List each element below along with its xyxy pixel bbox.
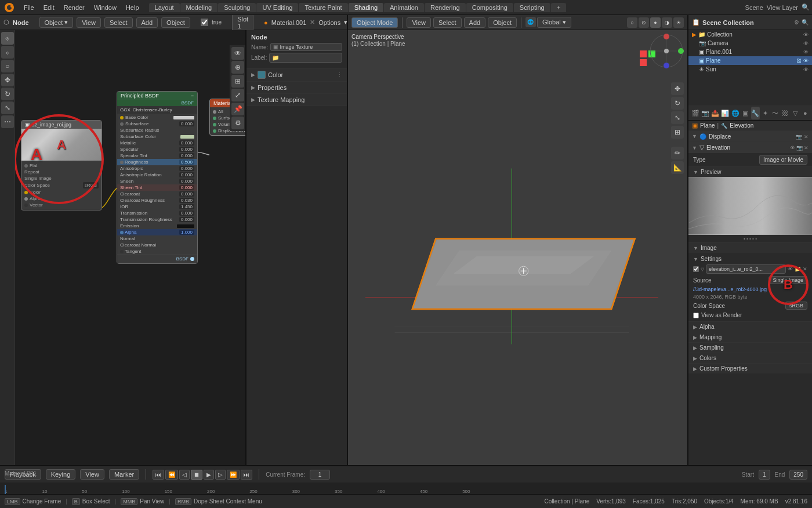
tool-grab[interactable]: ✥ [1, 74, 14, 86]
material-mode[interactable]: ◑ [662, 17, 672, 28]
play-next[interactable]: ⏩ [227, 470, 240, 480]
tab-sculpting[interactable]: Sculpting [218, 3, 256, 12]
elevation-expand[interactable]: ▼ [692, 145, 697, 151]
image-file-input[interactable]: elevation_i...e_roi2_0... [706, 264, 786, 274]
plane001-vis[interactable]: 👁 [803, 49, 809, 55]
viewport-mode[interactable]: Object Mode [351, 17, 398, 28]
tab-world[interactable]: 🌐 [731, 107, 740, 119]
source-value[interactable]: Single Image [768, 276, 807, 284]
image-texture-node[interactable]: ▣ sz_image_roi.jpg A Flat [21, 120, 102, 211]
tool-extra[interactable]: ⋯ [1, 115, 14, 128]
slot-selector[interactable]: Slot 1 [232, 15, 253, 31]
close-icon[interactable]: ✕ [310, 19, 315, 26]
node-select[interactable]: Select [104, 17, 133, 28]
keying-btn[interactable]: Keying [46, 469, 76, 480]
render-mode[interactable]: ☀ [673, 17, 684, 28]
node-add[interactable]: Add [136, 17, 158, 28]
tool-options-icon[interactable]: ⚙ [231, 117, 244, 129]
elevation-header[interactable]: ▼ ▽ Elevation 👁 📷 ✕ [688, 142, 812, 153]
end-frame[interactable]: 250 [789, 470, 807, 480]
displace-expand[interactable]: ▼ [692, 133, 697, 139]
current-frame-input[interactable]: 1 [310, 470, 330, 480]
tab-layout[interactable]: Layout [149, 3, 180, 12]
elev-eye-icon[interactable]: 👁 [790, 145, 795, 151]
scene-item-camera[interactable]: 📷 Camera 👁 [688, 39, 812, 48]
tool-zoom-icon[interactable]: ⤢ [231, 89, 244, 101]
viewport-add[interactable]: Add [464, 17, 486, 28]
annotate-icon[interactable]: ✏ [671, 147, 684, 159]
tab-texture-paint[interactable]: Texture Paint [299, 3, 347, 12]
global-icon[interactable]: 🌐 [525, 17, 536, 27]
search-icon2[interactable]: 🔍 [802, 19, 809, 26]
scene-item-collection[interactable]: ▶ 📁 Collection 👁 [688, 30, 812, 39]
alpha-section-header[interactable]: ▶ Alpha [688, 322, 812, 332]
sun-vis[interactable]: 👁 [803, 67, 809, 72]
menu-file[interactable]: File [20, 3, 38, 12]
play-begin[interactable]: ⏮ [153, 470, 164, 480]
tool-view-icon[interactable]: 👁 [231, 47, 244, 60]
settings-header[interactable]: ▼ Settings [693, 255, 807, 263]
custom-props-header[interactable]: ▶ Custom Properties [688, 364, 812, 373]
rotate-icon[interactable]: ↻ [671, 97, 684, 110]
viewport-canvas[interactable]: Camera Perspective (1) Collection | Plan… [348, 30, 687, 465]
elev-close-icon[interactable]: ✕ [804, 145, 809, 151]
texture-mapping-header[interactable]: ▶ Texture Mapping [246, 94, 347, 106]
tab-modifier[interactable]: 🔧 [751, 107, 760, 119]
filter-icon[interactable]: ⚙ [794, 19, 799, 26]
scene-item-sun[interactable]: ☀ Sun 👁 [688, 65, 812, 74]
tab-output[interactable]: 📤 [711, 107, 720, 119]
tool-frame-icon[interactable]: ⊞ [231, 75, 244, 88]
tab-modeling[interactable]: Modeling [180, 3, 218, 12]
play-end[interactable]: ⏭ [241, 470, 252, 480]
principled-bsdf-node[interactable]: Principled BSDF − BSDF GGX Christensen-B… [117, 91, 198, 264]
transform-icon[interactable]: ⊞ [671, 126, 684, 139]
tab-constraints[interactable]: ⛓ [781, 107, 789, 119]
marker-btn[interactable]: Marker [109, 469, 139, 480]
node-name-input[interactable]: ▣ Image Texture [270, 43, 342, 51]
tab-physics[interactable]: 〜 [771, 107, 780, 119]
scene-item-plane001[interactable]: ▣ Plane.001 👁 [688, 48, 812, 56]
plane-vis-icon[interactable]: 👁 [803, 58, 809, 64]
view-as-render-checkbox[interactable] [693, 313, 699, 318]
type-value[interactable]: Image or Movie [759, 155, 807, 165]
tool-lasso[interactable]: ○ [1, 60, 14, 72]
preview-header[interactable]: ▼ Preview [688, 167, 812, 177]
tab-add[interactable]: + [551, 3, 566, 12]
image-close-icon[interactable]: ✕ [803, 266, 807, 272]
xray-icon[interactable]: ⊙ [639, 17, 649, 28]
scale-icon[interactable]: ⤡ [671, 111, 684, 124]
tab-material[interactable]: ● [801, 107, 810, 119]
move-icon[interactable]: ✥ [671, 82, 684, 95]
play-prev[interactable]: ⏪ [165, 470, 178, 480]
node-object[interactable]: Object [161, 17, 190, 28]
play-prev-frame[interactable]: ◁ [179, 470, 190, 480]
tool-cursor-icon[interactable]: ⊕ [231, 61, 244, 74]
tab-uv-editing[interactable]: UV Editing [256, 3, 298, 12]
tab-data[interactable]: ▽ [791, 107, 800, 119]
tab-animation[interactable]: Animation [384, 3, 424, 12]
tab-particles[interactable]: ✦ [761, 107, 770, 119]
displace-close-icon[interactable]: ✕ [804, 134, 809, 140]
tab-scripting[interactable]: Scripting [514, 3, 550, 12]
color-space-value[interactable]: sRGB [785, 302, 807, 310]
tab-object[interactable]: ▣ [741, 107, 749, 119]
search-icon[interactable]: 🔍 [802, 3, 810, 11]
play-next-frame[interactable]: ▷ [215, 470, 226, 480]
elev-render-icon[interactable]: 📷 [796, 145, 803, 151]
properties-section-header[interactable]: ▶ Properties [246, 82, 347, 93]
tab-scene[interactable]: 🎬 [691, 107, 699, 119]
image-eye-icon[interactable]: 👁 [788, 266, 793, 272]
mapping-section-header[interactable]: ▶ Mapping [688, 332, 812, 342]
cam-vis-icon[interactable]: 👁 [803, 41, 809, 46]
viewport-object[interactable]: Object [488, 17, 517, 28]
image-browse-icon[interactable]: 📁 [795, 266, 801, 272]
global-mode[interactable]: Global ▾ [537, 17, 571, 28]
tab-shading[interactable]: Shading [349, 3, 383, 12]
tool-rotate[interactable]: ↻ [1, 88, 14, 100]
menu-help[interactable]: Help [122, 3, 143, 12]
image-header[interactable]: ▼ Image [688, 243, 812, 253]
stop-btn[interactable]: ⏹ [191, 470, 202, 480]
play-btn[interactable]: ▶ [204, 470, 214, 480]
tab-render[interactable]: 📷 [701, 107, 709, 119]
menu-render[interactable]: Render [60, 3, 89, 12]
